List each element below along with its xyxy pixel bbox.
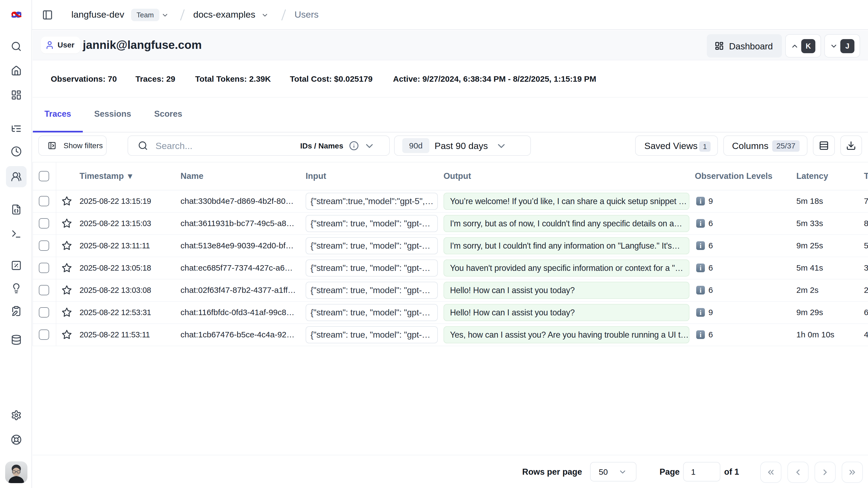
svg-text:i: i: [700, 197, 701, 205]
svg-text:i: i: [700, 242, 701, 250]
svg-text:i: i: [700, 264, 701, 272]
svg-text:i: i: [700, 309, 701, 316]
svg-text:i: i: [700, 331, 701, 339]
svg-text:i: i: [700, 286, 701, 294]
svg-text:i: i: [700, 220, 701, 227]
